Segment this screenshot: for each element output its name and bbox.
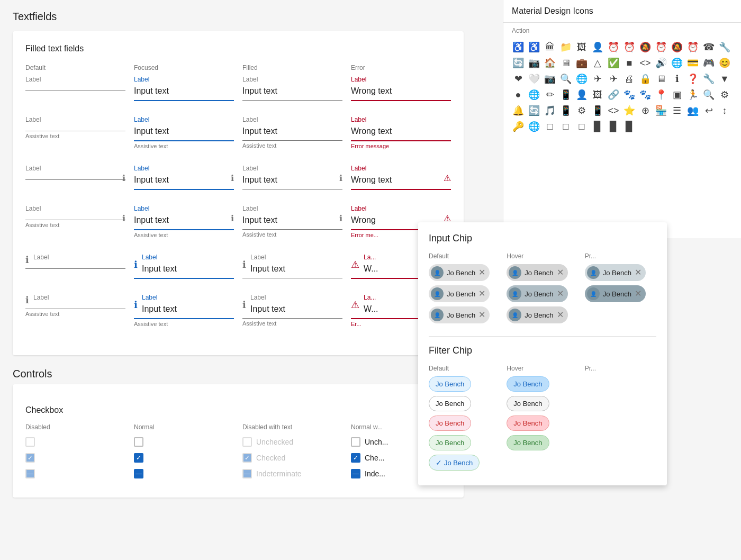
icon-music[interactable]: 🎵 (544, 104, 556, 117)
checkbox-indeterminate[interactable]: — (134, 469, 143, 478)
field-error-3[interactable]: Label Wrong text ⚠ (351, 165, 451, 192)
icon-credit-card[interactable]: 💳 (686, 57, 699, 69)
icon-print[interactable]: 🖨 (623, 73, 636, 85)
chip-close-icon[interactable]: ✕ (635, 268, 641, 277)
field-filled-4[interactable]: Label Input text Assistive text ℹ (242, 205, 342, 241)
icon-crop-landscape[interactable]: □ (559, 120, 572, 133)
filter-chip-red[interactable]: Jo Bench (429, 416, 471, 431)
icon-autorenew[interactable]: 🔄 (512, 57, 525, 69)
chip-close-icon[interactable]: ✕ (557, 311, 564, 319)
field-default-4[interactable]: Label Assistive text ℹ (25, 205, 125, 241)
icon-expand-more[interactable]: ▼ (718, 73, 731, 85)
icon-pets[interactable]: 🐾 (623, 88, 636, 101)
icon-undo[interactable]: ↩ (702, 104, 715, 117)
chip-close-icon[interactable]: ✕ (478, 268, 485, 277)
field-focused-6[interactable]: ℹ Label Input text Assistive text (134, 294, 234, 330)
input-chip[interactable]: 👤 Jo Bench ✕ (429, 264, 490, 281)
icon-bar-3[interactable]: ▉ (623, 120, 636, 133)
icon-alarm-off[interactable]: 🔕 (639, 41, 652, 53)
icon-image[interactable]: 🖼 (575, 41, 588, 53)
icon-stop[interactable]: ■ (623, 57, 636, 69)
field-filled-5[interactable]: ℹ Label Input text (242, 254, 342, 281)
icon-phone-iphone[interactable]: 📱 (559, 88, 572, 101)
icon-radio[interactable]: ● (512, 88, 525, 101)
chip-close-icon[interactable]: ✕ (478, 290, 485, 298)
icon-folder[interactable]: 📁 (559, 41, 572, 53)
field-focused-4[interactable]: Label Input text Assistive text ℹ (134, 205, 234, 241)
icon-edit[interactable]: ✏ (544, 88, 556, 101)
checkbox-checked[interactable]: ✓ (134, 453, 143, 463)
chip-close-icon[interactable]: ✕ (557, 268, 564, 277)
icon-notifications-off[interactable]: 🔕 (671, 41, 683, 53)
icon-check-circle[interactable]: ✅ (607, 57, 620, 69)
icon-favorite-border[interactable]: 🤍 (528, 73, 540, 85)
filter-chip-blue[interactable]: Jo Bench (429, 376, 471, 392)
input-chip-hovered-2[interactable]: 👤 Jo Bench ✕ (507, 306, 567, 323)
checkbox-checked-disabled[interactable]: ✓ (25, 453, 35, 463)
field-filled-6[interactable]: ℹ Label Input text Assistive text (242, 294, 342, 330)
filter-chip-blue-hovered[interactable]: Jo Bench (507, 376, 549, 392)
checkbox-unchecked-text[interactable] (351, 437, 360, 447)
icon-alarm-on[interactable]: ⏰ (655, 41, 667, 53)
icon-star[interactable]: ⭐ (623, 104, 636, 117)
icon-code-2[interactable]: <> (607, 104, 620, 117)
field-error-1[interactable]: Label Wrong text (351, 76, 451, 103)
icon-notification[interactable]: 🔔 (512, 104, 525, 117)
checkbox-checked-text[interactable]: ✓ (351, 453, 360, 463)
icon-bar-1[interactable]: ▉ (591, 120, 604, 133)
field-default-2[interactable]: Label Assistive text (25, 116, 125, 152)
icon-photo-camera[interactable]: 📷 (544, 73, 556, 85)
icon-info[interactable]: ℹ (671, 73, 683, 85)
checkbox-indeterminate-disabled[interactable]: — (25, 469, 35, 478)
icon-swap[interactable]: ↕ (718, 104, 731, 117)
field-filled-3[interactable]: Label Input text ℹ (242, 165, 342, 192)
icon-zoom-in[interactable]: 🔍 (702, 88, 715, 101)
field-focused-1[interactable]: Label Input text (134, 76, 234, 103)
icon-account-circle[interactable]: 👤 (591, 41, 604, 53)
field-filled-2[interactable]: Label Input text Assistive text (242, 116, 342, 152)
icon-paw[interactable]: 🐾 (639, 88, 652, 101)
icon-desktop[interactable]: 🖥 (655, 73, 667, 85)
icon-flight[interactable]: ✈ (591, 73, 604, 85)
icon-build[interactable]: 🔧 (718, 41, 731, 53)
icon-globe[interactable]: 🌐 (528, 120, 540, 133)
checkbox-checked-disabled-text[interactable]: ✓ (242, 453, 252, 463)
icon-mood[interactable]: 😊 (718, 57, 731, 69)
filter-chip-green[interactable]: Jo Bench (429, 435, 471, 450)
icon-bar-2[interactable]: ▉ (607, 120, 620, 133)
field-default-3[interactable]: Label ℹ (25, 165, 125, 192)
icon-link[interactable]: 🔗 (607, 88, 620, 101)
icon-airplanemode[interactable]: ✈ (607, 73, 620, 85)
icon-alarm-add[interactable]: ⏰ (623, 41, 636, 53)
icon-crop-square[interactable]: □ (544, 120, 556, 133)
chip-close-icon[interactable]: ✕ (635, 290, 641, 298)
icon-favorite[interactable]: ❤ (512, 73, 525, 85)
filter-chip-green-selected[interactable]: ✓ Jo Bench (429, 455, 480, 471)
icon-settings-2[interactable]: ⚙ (718, 88, 731, 101)
checkbox-unchecked[interactable] (134, 437, 143, 447)
icon-accessibility[interactable]: ♿ (512, 41, 525, 53)
icon-accessible[interactable]: ♿ (528, 41, 540, 53)
icon-computer[interactable]: 🖥 (559, 57, 572, 69)
icon-tune[interactable]: ⚙ (575, 104, 588, 117)
field-default-5[interactable]: ℹ Label (25, 254, 125, 281)
checkbox-unchecked-disabled[interactable] (25, 437, 35, 447)
icon-smartphone[interactable]: 📱 (591, 104, 604, 117)
filter-chip-green-hovered[interactable]: Jo Bench (507, 435, 549, 450)
icon-directions-run[interactable]: 🏃 (686, 88, 699, 101)
icon-bluetooth[interactable]: 📱 (559, 104, 572, 117)
icon-alarm[interactable]: ⏰ (607, 41, 620, 53)
icon-change-history[interactable]: △ (591, 57, 604, 69)
filter-chip-neutral-hovered[interactable]: Jo Bench (507, 396, 549, 411)
chip-close-icon[interactable]: ✕ (478, 311, 485, 319)
field-focused-3[interactable]: Label Input text ℹ (134, 165, 234, 192)
icon-store[interactable]: 🏪 (655, 104, 667, 117)
field-error-2[interactable]: Label Wrong text Error message (351, 116, 451, 152)
icon-work[interactable]: 💼 (575, 57, 588, 69)
field-filled-1[interactable]: Label Input text (242, 76, 342, 103)
icon-home[interactable]: 🏠 (544, 57, 556, 69)
input-chip[interactable]: 👤 Jo Bench ✕ (429, 285, 490, 302)
icon-person[interactable]: 👤 (575, 88, 588, 101)
icon-360[interactable]: 🌐 (575, 73, 588, 85)
icon-menu[interactable]: ☰ (671, 104, 683, 117)
